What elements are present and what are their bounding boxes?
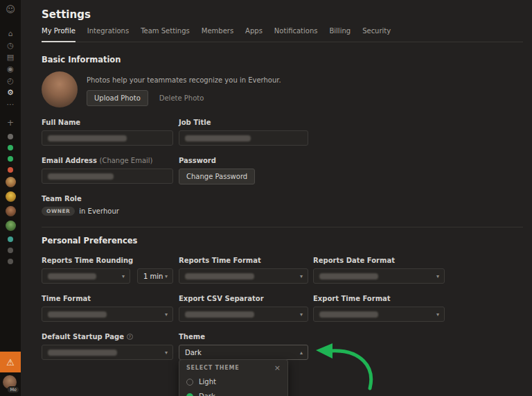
radio-selected-icon [186,393,193,396]
photo-hint-text: Photos help your teammates recognize you… [87,76,281,84]
full-name-input[interactable] [42,130,173,146]
teammate-avatar[interactable] [6,221,16,231]
tab-notifications[interactable]: Notifications [274,27,318,42]
delete-photo-button[interactable]: Delete Photo [159,94,204,102]
chevron-down-icon: ▾ [300,311,303,318]
personal-preferences-heading: Personal Preferences [42,236,523,246]
tab-team-settings[interactable]: Team Settings [141,27,190,42]
upload-photo-button[interactable]: Upload Photo [87,90,148,106]
team-role-label: Team Role [42,195,523,203]
reports-date-format-label: Reports Date Format [313,257,445,264]
role-badge: OWNER [42,207,75,216]
redacted-value [319,273,378,279]
chevron-down-icon: ▾ [122,273,125,279]
profile-photo-section: Photos help your teammates recognize you… [42,71,523,107]
sidebar: ☺ ⌂ ◷ ▤ ◉ ◴ ⚙ ⋯ + ⚠ Me [0,0,21,396]
time-format-select[interactable]: ▾ [42,307,173,322]
redacted-value [185,311,254,318]
teammate-avatar[interactable] [6,191,16,202]
role-team-text: in Everhour [79,207,119,215]
settings-icon[interactable]: ⚙ [3,87,18,98]
project-dot[interactable] [8,134,13,139]
tab-my-profile[interactable]: My Profile [42,27,76,42]
default-startup-page-label: Default Startup Page? [42,333,173,341]
settings-page: Settings My Profile Integrations Team Se… [21,0,532,396]
job-title-input[interactable] [179,130,308,146]
info-icon[interactable]: ? [127,334,133,340]
export-csv-separator-label: Export CSV Separator [179,295,308,302]
change-password-button[interactable]: Change Password [179,169,255,184]
email-input[interactable] [42,169,173,184]
project-dot[interactable] [8,156,13,162]
time-icon[interactable]: ◷ [3,40,18,51]
redacted-value [185,135,251,141]
export-time-format-label: Export Time Format [313,295,445,302]
project-dot[interactable] [8,167,13,173]
radio-icon [186,379,193,386]
tab-billing[interactable]: Billing [329,27,351,42]
chevron-down-icon: ▾ [165,273,168,279]
page-title: Settings [42,8,523,21]
reports-time-rounding-label: Reports Time Rounding [42,257,173,264]
time-format-label: Time Format [42,295,173,302]
chevron-down-icon: ▾ [165,311,168,318]
current-user-avatar[interactable]: Me [3,375,18,393]
default-startup-page-select[interactable]: ▾ [42,345,173,360]
theme-option-dark[interactable]: Dark [179,389,287,396]
teammate-avatar[interactable] [6,177,16,187]
redacted-value [48,135,127,141]
add-project-icon[interactable]: + [3,117,18,128]
redacted-value [185,273,254,279]
project-dot[interactable] [8,248,13,253]
team-icon[interactable]: ◉ [3,63,18,75]
reports-date-format-select[interactable]: ▾ [313,268,445,284]
chevron-up-icon: ▴ [300,350,303,356]
chevron-down-icon: ▾ [436,311,439,318]
redacted-value [48,273,96,279]
home-icon[interactable]: ⌂ [3,28,18,40]
close-icon[interactable]: × [274,365,281,371]
everhour-logo-icon[interactable]: ☺ [3,2,18,16]
tab-members[interactable]: Members [202,27,233,42]
warning-icon: ⚠ [6,357,15,368]
theme-select[interactable]: Dark ▴ [179,345,308,360]
redacted-value [48,173,114,180]
reports-time-format-label: Reports Time Format [179,257,308,264]
tab-apps[interactable]: Apps [245,27,263,42]
more-icon[interactable]: ⋯ [3,98,18,110]
chevron-down-icon: ▾ [436,273,439,279]
tab-integrations[interactable]: Integrations [87,27,129,42]
job-title-label: Job Title [179,119,308,126]
chevron-down-icon: ▾ [165,350,168,356]
reports-time-rounding-select[interactable]: ▾ [42,268,130,284]
theme-option-light[interactable]: Light [179,375,287,389]
export-csv-separator-select[interactable]: ▾ [179,307,308,322]
theme-label: Theme [179,333,308,341]
redacted-value [48,311,107,318]
me-badge: Me [7,386,19,393]
change-email-link[interactable]: (Change Email) [100,157,153,164]
profile-photo [42,71,78,107]
export-time-format-select[interactable]: ▾ [313,307,445,322]
rounding-interval-select[interactable]: 1 min ▾ [137,268,173,284]
dropdown-title: SELECT THEME [186,365,240,371]
project-dot[interactable] [8,145,13,150]
settings-tabs: My Profile Integrations Team Settings Me… [42,27,523,42]
warning-button[interactable]: ⚠ [0,352,21,372]
theme-dropdown: SELECT THEME × Light Dark System prefere… [179,359,288,396]
project-dot[interactable] [8,236,13,242]
redacted-value [48,350,117,356]
password-label: Password [179,157,308,164]
project-dot[interactable] [8,259,13,264]
basic-information-heading: Basic Information [42,55,523,64]
schedule-icon[interactable]: ▤ [3,51,18,63]
full-name-label: Full Name [42,119,173,126]
timer-icon[interactable]: ◴ [3,75,18,87]
reports-time-format-select[interactable]: ▾ [179,268,308,284]
teammate-avatar[interactable] [6,206,16,216]
chevron-down-icon: ▾ [300,273,303,279]
annotation-arrow [312,340,380,394]
tab-security[interactable]: Security [362,27,391,42]
section-divider [42,227,523,227]
email-label: Email Address (Change Email) [42,157,173,164]
